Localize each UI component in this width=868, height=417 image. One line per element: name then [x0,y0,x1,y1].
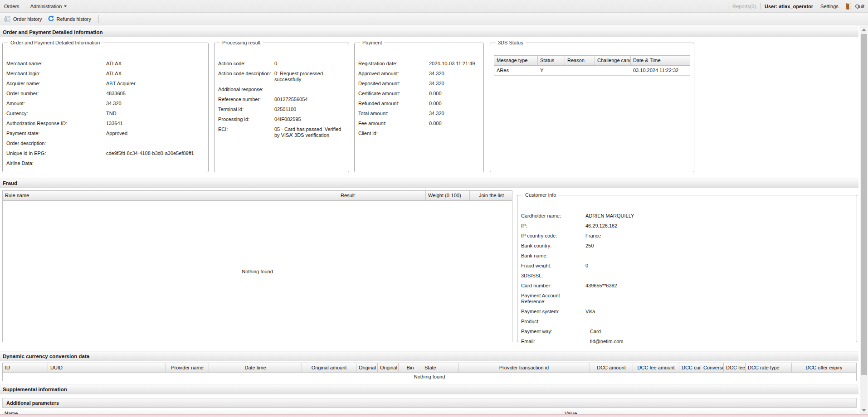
field-label: Bank name: [521,253,585,259]
column-header: UUID [48,363,166,372]
field-label: Total amount: [358,111,429,116]
field-value [585,319,853,325]
field-value: 250 [585,243,853,249]
order-history-button[interactable]: Order history [2,14,46,24]
dcc-table: ID UUID Provider name Date time Original… [2,363,857,381]
field-label: Currency: [6,111,106,116]
field-value: 0.000 [429,121,480,126]
scroll-down-button[interactable] [860,407,868,414]
refunds-history-button[interactable]: Refunds history [46,14,95,24]
exit-door-icon [845,3,852,10]
cell-datetime: 03.10.2024 11:22:32 [631,66,691,75]
arrow-down-icon [862,409,866,412]
field-label: Payment way: [521,329,585,335]
field-value [585,273,853,279]
field-label: Additional response: [218,87,274,92]
arrow-up-icon [862,29,866,31]
field-value [106,160,205,166]
field-value: tld@netim.com [585,339,853,344]
field-label: Terminal id: [218,107,274,112]
cell-message-type: ARes [494,66,538,75]
fraud-table-header: Rule name Result Weight (0-100) Join the… [3,191,512,201]
column-header: DCC fee amount [633,363,679,372]
column-header: Join the list [470,191,513,200]
field-value: Visa [585,309,853,315]
field-label: Merchant name: [6,61,106,67]
menu-settings[interactable]: Settings [820,4,839,9]
field-value: Card [585,329,853,335]
field-value: 4833605 [106,91,205,97]
field-value [585,253,853,259]
field-value: 0: Request processed successfully [274,71,345,82]
field-value: 0 [274,61,345,67]
field-value: ADRIEN MARQUILLY [585,213,853,219]
toolbar-separator [98,15,99,23]
additional-parameters-table-header: Name Value [2,410,857,414]
column-header: DCC amount [590,363,633,372]
main-content: Order and Payment Detailed Information O… [0,25,858,417]
menu-separator [760,3,761,10]
processing-result-legend: Processing result [220,40,263,45]
menu-bar-right: Reports(0) User: atlax_operator Settings… [724,0,868,13]
document-list-icon [4,15,11,23]
column-header: Challenge cancel [595,56,631,65]
column-header: DCC fee [724,363,746,372]
threeds-status-panel: 3DS Status Message type Status Reason Ch… [490,40,694,172]
menu-quit[interactable]: Quit [845,3,864,10]
column-header: Date time [209,363,302,372]
menu-administration-label: Administration [30,4,62,9]
column-header: Bin [399,363,422,372]
menu-orders[interactable]: Orders [0,0,25,13]
field-value: 0.000 [429,101,480,107]
field-label: Fee amount: [358,121,429,126]
column-header: State [422,363,458,372]
scroll-up-button[interactable] [860,26,868,33]
field-label: Card number: [521,283,585,289]
menu-administration[interactable]: Administration [25,0,73,13]
table-row[interactable]: ARes Y 03.10.2024 11:22:32 [494,66,690,76]
field-value: 46.29.126.162 [585,223,853,229]
field-value [429,131,480,136]
field-label: Merchant login: [6,71,106,77]
field-value: 439655**6382 [585,283,853,289]
menu-quit-label: Quit [855,4,864,9]
column-header: Result [338,191,426,200]
field-label: Certificate amount: [358,91,429,97]
field-value: 2024-10-03 11:21:49 [429,61,480,67]
column-header: Date & Time [631,56,691,65]
column-header: Reason [565,56,595,65]
column-header: Message type [494,56,538,65]
column-header: Original c [378,363,399,372]
field-label: 3DS/SSL: [521,273,585,279]
customer-info-legend: Customer info [523,192,558,198]
field-value: France [585,233,853,239]
fraud-empty-message: Nothing found [3,201,512,342]
field-value: 02501100 [274,107,345,112]
dcc-section-header: Dynamic currency conversion data [0,351,858,361]
order-info-panel: Order and Payment Detailed Information M… [2,40,209,172]
cell-status: Y [538,66,565,75]
column-header: Provider name [166,363,209,372]
field-label: Payment state: [6,131,106,136]
column-header: Original f [356,363,378,372]
scrollbar-thumb[interactable] [861,34,867,375]
menu-reports[interactable]: Reports(0) [732,4,756,9]
field-label: Deposited amount: [358,81,429,87]
field-value: ATLAX [106,61,205,67]
field-label: Processing id: [218,116,274,122]
field-label: Action code: [218,61,274,67]
processing-result-panel: Processing result Action code:0 Action c… [214,40,349,172]
field-value [274,87,345,92]
field-value [571,293,853,305]
field-label: Order number: [6,91,106,97]
field-value: 05 - Card has passed ‘Verified by VISA’ … [274,126,345,138]
chevron-down-icon [64,5,67,7]
field-value: Approved [106,131,205,136]
field-value: 34.320 [429,111,480,116]
vertical-scrollbar[interactable] [860,26,868,414]
field-label: Reference number: [218,97,274,102]
menu-separator [728,3,728,10]
field-value: 001272556054 [274,97,345,102]
field-value: cde9f5fd-8c34-4108-b3d0-a30e5ef89ff1 [106,150,205,156]
field-value: ABT Acquirer [106,81,205,87]
